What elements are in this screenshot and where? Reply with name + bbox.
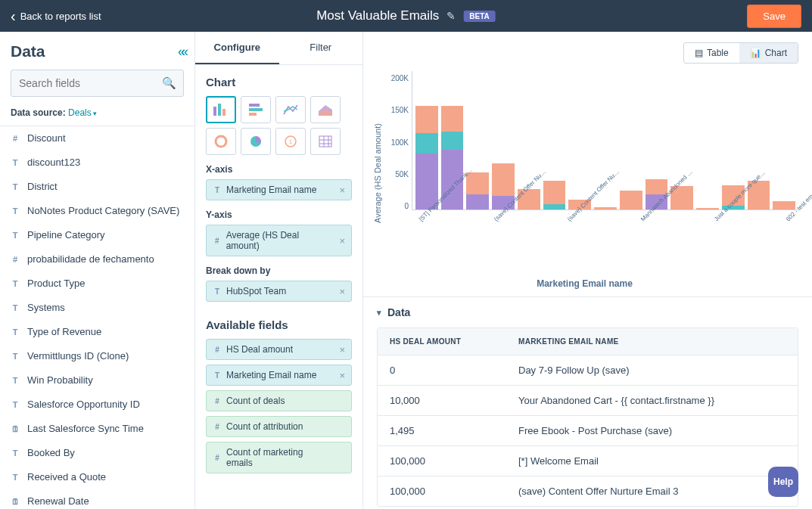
save-button[interactable]: Save bbox=[747, 5, 801, 28]
field-item[interactable]: TReceived a Quote bbox=[0, 465, 194, 489]
chart-type-horizontal-bar[interactable] bbox=[241, 96, 271, 123]
chart-type-table[interactable] bbox=[310, 128, 341, 155]
table-row[interactable]: 100,000[*] Welcome Email bbox=[378, 446, 798, 476]
data-source-select[interactable]: Deals bbox=[68, 107, 97, 118]
breakdown-chip[interactable]: T HubSpot Team × bbox=[206, 281, 352, 302]
data-table: HS DEAL AMOUNT MARKETING EMAIL NAME 0Day… bbox=[377, 327, 798, 507]
bar[interactable] bbox=[620, 191, 642, 209]
chart-type-summary[interactable]: 1 bbox=[275, 128, 306, 155]
y-tick: 0 bbox=[404, 202, 409, 210]
field-type-icon: T bbox=[11, 448, 20, 458]
y-tick: 100K bbox=[391, 138, 409, 147]
bar[interactable] bbox=[543, 181, 566, 209]
field-type-icon: # bbox=[11, 134, 20, 143]
text-type-icon: T bbox=[213, 186, 222, 194]
field-item[interactable]: TBooked By bbox=[0, 441, 194, 465]
field-type-icon: T bbox=[213, 371, 222, 380]
field-type-icon: T bbox=[11, 231, 20, 240]
table-row[interactable]: 10,000Your Abandoned Cart - {{ contact.f… bbox=[378, 386, 798, 416]
view-toggle: ▤ Table 📊 Chart bbox=[683, 42, 798, 64]
y-tick: 50K bbox=[395, 170, 409, 178]
table-row[interactable]: 0Day 7-9 Follow Up (save) bbox=[378, 355, 798, 386]
remove-chip-icon[interactable]: × bbox=[339, 370, 345, 381]
chart-type-donut[interactable] bbox=[206, 128, 236, 155]
field-type-icon: T bbox=[11, 182, 20, 191]
available-field-chip[interactable]: #HS Deal amount× bbox=[206, 339, 352, 360]
field-type-icon: T bbox=[11, 376, 20, 385]
help-button[interactable]: Help bbox=[768, 467, 798, 497]
table-row[interactable]: 1,495Free Ebook - Post Purchase (save) bbox=[378, 416, 798, 446]
field-type-icon: T bbox=[11, 352, 20, 361]
table-header-email[interactable]: MARKETING EMAIL NAME bbox=[506, 328, 798, 355]
x-axis-chip[interactable]: T Marketing Email name × bbox=[206, 179, 352, 200]
field-item[interactable]: TPipeline Category bbox=[0, 223, 194, 247]
chart-type-line[interactable] bbox=[275, 96, 306, 123]
table-row[interactable]: 100,000(save) Content Offer Nurture Emai… bbox=[378, 476, 798, 506]
field-type-icon: T bbox=[11, 279, 20, 288]
chart-type-pie[interactable] bbox=[241, 128, 271, 155]
data-section-toggle[interactable]: ▾ Data bbox=[363, 297, 812, 327]
top-bar: Back to reports list Most Valuable Email… bbox=[0, 0, 812, 32]
svg-rect-0 bbox=[213, 107, 216, 116]
bar[interactable] bbox=[415, 106, 438, 209]
chart-type-area[interactable] bbox=[310, 96, 341, 123]
chart-icon: 📊 bbox=[750, 48, 761, 58]
field-item[interactable]: TSystems bbox=[0, 296, 194, 320]
breakdown-label: Break down by bbox=[206, 265, 352, 276]
remove-chip-icon[interactable]: × bbox=[339, 235, 345, 247]
number-type-icon: # bbox=[213, 237, 222, 245]
y-axis-label: Y-axis bbox=[206, 209, 352, 220]
remove-chip-icon[interactable]: × bbox=[339, 344, 345, 355]
chart-view-button[interactable]: 📊 Chart bbox=[739, 43, 798, 63]
field-item[interactable]: TNoNotes Product Category (SAVE) bbox=[0, 199, 194, 223]
field-item[interactable]: Last Salesforce Sync Time bbox=[0, 417, 194, 441]
field-item[interactable]: TSalesforce Opportunity ID bbox=[0, 393, 194, 417]
svg-point-8 bbox=[216, 136, 226, 147]
available-field-chip[interactable]: #Count of marketing emails bbox=[206, 442, 352, 473]
table-header-amount[interactable]: HS DEAL AMOUNT bbox=[378, 328, 506, 355]
table-icon: ▤ bbox=[695, 48, 703, 58]
edit-title-icon[interactable] bbox=[446, 10, 456, 22]
configure-panel: Configure Filter Chart bbox=[195, 32, 363, 509]
x-axis-title: Marketing Email name bbox=[371, 278, 798, 289]
tab-filter[interactable]: Filter bbox=[279, 32, 363, 64]
available-field-chip[interactable]: #Count of attribution bbox=[206, 416, 352, 437]
bar[interactable] bbox=[696, 208, 719, 209]
chart-area: Average (HS Deal amount) 200K150K100K50K… bbox=[363, 71, 812, 296]
bar[interactable] bbox=[773, 201, 795, 209]
field-item[interactable]: TWin Probability bbox=[0, 368, 194, 393]
field-type-icon: T bbox=[11, 473, 20, 482]
field-item[interactable]: TDistrict bbox=[0, 175, 194, 199]
available-field-chip[interactable]: #Count of deals bbox=[206, 390, 352, 411]
field-item[interactable]: #Discount bbox=[0, 126, 194, 151]
field-item[interactable]: TVermittlungs ID (Clone) bbox=[0, 344, 194, 368]
y-axis-chip[interactable]: # Average (HS Deal amount) × bbox=[206, 225, 352, 256]
field-type-icon: T bbox=[11, 206, 20, 216]
field-item[interactable]: Renewal Date bbox=[0, 489, 194, 509]
table-view-button[interactable]: ▤ Table bbox=[684, 43, 739, 63]
field-type-icon: T bbox=[11, 158, 20, 167]
text-type-icon: T bbox=[213, 287, 222, 296]
available-field-chip[interactable]: TMarketing Email name× bbox=[206, 365, 352, 386]
remove-chip-icon[interactable]: × bbox=[339, 286, 345, 297]
search-fields-input[interactable] bbox=[11, 70, 184, 97]
svg-rect-1 bbox=[218, 104, 221, 116]
field-item[interactable]: Tdiscount123 bbox=[0, 151, 194, 175]
back-label: Back to reports list bbox=[20, 11, 101, 22]
available-fields-title: Available fields bbox=[206, 318, 352, 331]
field-type-icon: # bbox=[213, 423, 222, 431]
beta-badge: BETA bbox=[463, 11, 495, 22]
back-to-reports-link[interactable]: Back to reports list bbox=[11, 8, 101, 23]
bar[interactable] bbox=[466, 172, 489, 209]
chart-type-vertical-bar[interactable] bbox=[206, 96, 236, 123]
remove-chip-icon[interactable]: × bbox=[339, 185, 345, 196]
svg-rect-5 bbox=[249, 113, 257, 116]
field-item[interactable]: TType of Revenue bbox=[0, 320, 194, 344]
collapse-panel-icon[interactable]: «« bbox=[178, 44, 184, 60]
tab-configure[interactable]: Configure bbox=[195, 32, 279, 64]
field-item[interactable]: TProduct Type bbox=[0, 272, 194, 296]
bar[interactable] bbox=[594, 207, 617, 209]
search-icon[interactable]: 🔍 bbox=[162, 76, 176, 90]
field-type-icon: # bbox=[11, 255, 20, 264]
field-item[interactable]: #probabilidade de fechamento bbox=[0, 247, 194, 272]
